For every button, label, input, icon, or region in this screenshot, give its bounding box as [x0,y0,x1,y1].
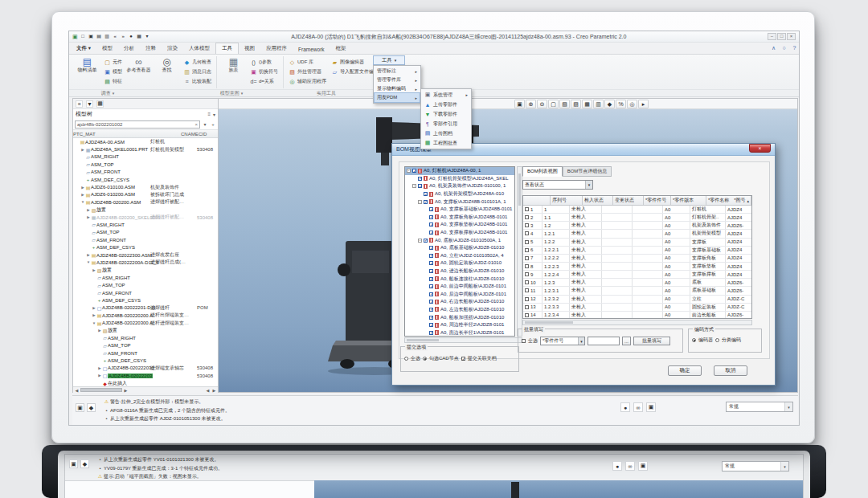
part-number-cell[interactable] [633,312,663,319]
ribbon-small-button[interactable]: ()()参数 [248,58,280,67]
part-number-cell[interactable] [633,214,663,221]
tree-row[interactable]: + ASM_DEF_CSYS [73,243,218,251]
bom-tree-row[interactable]: A0, 船板加强筋\AJDZ8-01010 [405,313,514,321]
bom-tree-row[interactable]: A0, 周边栓半径2\AJDZ8-0101 [405,321,514,329]
bom-tree-row[interactable]: - A0, 支撑板\AJDZ48B-010101A, 1 [405,198,514,206]
tree-row[interactable]: ▱ ASM_RIGHT [73,334,218,341]
checkbox[interactable] [418,184,422,188]
icon[interactable]: ⊖ [537,100,547,108]
icon[interactable]: ⊕ [526,100,536,108]
checkbox[interactable] [429,331,433,335]
ribbon-small-button[interactable]: ▢元件 [102,58,124,67]
select-all-radio[interactable] [404,357,408,361]
bom-tree-row[interactable]: A0, 支撑板基础板\AJDZ48B-0101 [405,206,514,214]
table-row[interactable]: 11 1.2.3.1 未检入 A0 底板基础板 AJDZ6- [523,287,751,295]
window-control[interactable]: × [787,33,796,40]
row-checkbox[interactable] [525,313,529,317]
ribbon-tab[interactable]: 注释 [140,43,162,54]
table-row[interactable]: 10 1.2.3 未检入 A0 底板 AJDZ6- [523,279,751,287]
part-number-cell[interactable] [633,222,663,229]
row-checkbox[interactable] [525,215,529,219]
batch-value-input[interactable] [588,337,620,345]
column-header[interactable]: CID [199,132,207,137]
tree-row[interactable]: + ASM_DEF_CSYS [73,296,218,304]
icon[interactable]: ▨ [571,100,581,108]
checkbox[interactable] [429,222,433,227]
tree-row[interactable]: ▼ ▤ AJDZ48B-02022200A-D11_5 进焊缝杆总成(… [73,259,218,266]
tree-row[interactable]: ▶ ▨ 放置 [73,206,218,214]
checkbox[interactable] [412,169,416,173]
row-checkbox[interactable] [525,240,529,244]
icon[interactable]: ▸ [638,100,649,108]
icon[interactable]: » [120,33,127,40]
batch-field-combo[interactable]: *零件件号 ▾ [540,337,585,345]
icon[interactable]: ▦ [136,33,143,40]
bom-tree-row[interactable]: - A0, 机架及装饰件\AJDZ6-010100, 1 [405,182,514,190]
ribbon-small-button[interactable]: ▣模型 [102,67,124,76]
ribbon-small-button[interactable]: ◇UDF 库 [287,58,328,67]
expander-icon[interactable]: - [407,169,411,173]
icon[interactable]: ▥ [104,33,111,40]
column-header[interactable] [523,196,551,205]
icon[interactable]: ∞ [633,402,643,412]
ribbon-small-button[interactable]: ≡比较装配 [182,77,213,86]
window-control[interactable]: □ [777,33,786,40]
checkbox[interactable] [429,292,433,296]
column-header[interactable]: *零件版本 [671,196,706,205]
ribbon-small-button[interactable]: ▤特征 [102,77,124,86]
ribbon-big-button[interactable]: ▤物料清单 [74,56,100,88]
tree-row[interactable]: ▶ ▨ 放置 [73,267,218,274]
bom-tree-row[interactable]: A0, 左边长船板\AJDZ8-01010 [405,306,514,314]
tree-row[interactable]: ▶ ▦ AJDZ48B-020200_SKEL0001 进焊缝杆被配… 5304… [73,214,218,221]
icon[interactable]: ▧ [559,100,570,108]
row-checkbox[interactable] [525,248,529,252]
bom-table-hscrollbar[interactable] [522,320,752,325]
part-number-cell[interactable] [633,296,663,303]
menu-item[interactable]: ▣系统管理▸ [422,90,470,100]
icon[interactable]: ▣ [646,402,656,412]
tools-dropdown-button[interactable]: 工具 ▾ [373,55,405,65]
part-number-cell[interactable] [633,279,663,286]
part-number-cell[interactable] [633,255,663,262]
tree-row[interactable]: ▱ ASM_FRONT [73,236,218,243]
bom-tree-row[interactable]: - A0, 底板\AJDZ8-01010500A, 1 [405,236,514,244]
menu-item[interactable]: 用友PDM▸ [375,93,420,102]
row-checkbox[interactable] [525,272,529,276]
bom-tree-row[interactable]: A0, 立柱\AJDZ-01010502A, 4 [405,252,514,260]
row-checkbox[interactable] [525,223,529,227]
table-row[interactable]: 3 1.2 未检入 A0 机架及装饰件 AJDZ6- [523,222,751,230]
column-header[interactable]: PTC_MAT [73,132,96,137]
icon[interactable]: ▤ [96,33,103,40]
bom-tree-row[interactable]: A0, 机架骨架模型\AJDZ48A-010 [405,190,514,198]
bom-tree-row[interactable]: A0, 灯桩机骨架模型\AJDZ48A_SKEL [405,175,514,183]
menu-item[interactable]: 管理标注▸ [375,67,420,76]
chevron-down-icon[interactable]: ▾ [578,337,584,345]
table-row[interactable]: 14 1.2.3.4 未检入 A0 前边长船板 AJDZ6- [523,312,751,319]
tree-row[interactable]: ▤ AJDZ48A-00.ASM 灯桩机 [73,138,218,145]
checkbox[interactable] [429,308,433,312]
row-checkbox[interactable] [525,256,529,260]
tree-row[interactable]: ▶ ▦ AJDZ48A_SKEL0001.PRT 灯桩机骨架模型 530408 [73,145,218,153]
column-header[interactable]: *零件名称 [706,196,732,205]
checkbox[interactable] [429,261,433,265]
icon[interactable]: ≡ [207,112,211,117]
tree-row[interactable]: ▶ ▤ AJDZ6-010100.ASM 机架及装饰件 [73,183,218,190]
tree-row[interactable]: ▱ ASM_FRONT [73,289,218,296]
icon[interactable]: ▦ [96,100,104,108]
classified-coding-radio[interactable] [715,338,719,342]
expander-icon[interactable]: - [418,239,422,243]
icon[interactable]: ▣ [76,403,84,412]
chevron-down-icon[interactable]: ▾ [780,462,788,471]
tree-row[interactable]: ▶ ▢ AJDZ48B-02022201-D11 进焊缝杆 POM [73,304,218,312]
tree-row[interactable]: ▶ ▢ AJDZ48B-02022203 530408 [73,372,218,379]
row-checkbox[interactable] [525,305,529,309]
chevron-down-icon[interactable]: ▾ [784,402,792,411]
ribbon-tab[interactable]: 框架 [330,43,352,54]
icon[interactable]: % [616,100,626,108]
icon[interactable]: ▾ [213,112,215,117]
icon[interactable]: ◆ [87,403,96,412]
checkbox[interactable] [429,215,433,219]
tree-row[interactable]: ▱ ASM_TOP [73,342,218,349]
ribbon-small-button[interactable]: ▨外挂管理器 [287,67,328,76]
table-row[interactable]: 7 1.2.2.2 未检入 A0 支撑板角板 AJDZ4 [523,255,751,263]
